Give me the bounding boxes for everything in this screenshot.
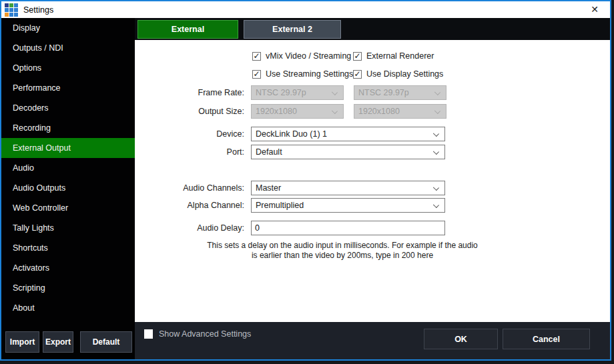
ok-button[interactable]: OK xyxy=(424,329,498,349)
sidebar-item-outputs-ndi[interactable]: Outputs / NDI xyxy=(1,38,135,58)
sidebar-footer-buttons: Import Export Default xyxy=(1,331,135,353)
sidebar-item-performance[interactable]: Performance xyxy=(1,78,135,98)
port-label: Port: xyxy=(135,145,244,159)
sidebar-item-display[interactable]: Display xyxy=(1,18,135,38)
sidebar-item-external-output[interactable]: External Output xyxy=(1,138,135,158)
settings-window: Settings ✕ Display Outputs / NDI Options… xyxy=(0,0,611,361)
sidebar-item-label: Recording xyxy=(13,123,51,133)
sidebar-item-audio[interactable]: Audio xyxy=(1,158,135,178)
window-title: Settings xyxy=(23,5,53,15)
audio-delay-label: Audio Delay: xyxy=(135,221,244,235)
checkbox-label: vMix Video / Streaming xyxy=(266,51,351,61)
audio-delay-row: Audio Delay: xyxy=(135,221,610,235)
alpha-channel-row: Alpha Channel: Premultiplied xyxy=(135,198,610,213)
logo-cell xyxy=(5,13,9,17)
sidebar-item-label: Activators xyxy=(13,263,49,273)
device-select[interactable]: DeckLink Duo (1) 1 xyxy=(251,127,445,141)
tab-external[interactable]: External xyxy=(137,20,238,39)
chevron-down-icon xyxy=(332,89,338,95)
sidebar-item-label: Web Controller xyxy=(13,203,68,213)
selected-value: Premultiplied xyxy=(256,201,304,210)
checkbox-checked-icon[interactable]: ✓ xyxy=(252,70,261,79)
chevron-down-icon xyxy=(433,149,439,155)
sidebar-item-label: Scripting xyxy=(13,283,45,293)
vmix-logo-icon xyxy=(5,3,18,17)
alpha-channel-label: Alpha Channel: xyxy=(135,198,244,213)
external-renderer-checkbox[interactable]: ✓ External Renderer xyxy=(353,51,434,61)
selected-value: 1920x1080 xyxy=(358,107,400,116)
frame-rate-label: Frame Rate: xyxy=(135,85,244,100)
output-size-row: Output Size: 1920x1080 1920x1080 xyxy=(135,104,610,119)
sidebar-item-activators[interactable]: Activators xyxy=(1,258,135,278)
audio-channels-row: Audio Channels: Master xyxy=(135,181,610,195)
logo-cell xyxy=(9,8,13,12)
sidebar-item-tally-lights[interactable]: Tally Lights xyxy=(1,218,135,238)
audio-delay-input[interactable] xyxy=(251,221,445,235)
logo-cell xyxy=(5,3,9,7)
selected-value: Default xyxy=(256,147,282,157)
tab-strip: External External 2 xyxy=(135,18,610,40)
device-label: Device: xyxy=(135,127,244,141)
sidebar-item-label: About xyxy=(13,303,35,313)
advanced-settings-label: Show Advanced Settings xyxy=(159,329,251,339)
import-button[interactable]: Import xyxy=(5,331,39,353)
frame-rate-select-1: NTSC 29.97p xyxy=(251,85,344,100)
checkbox-checked-icon[interactable]: ✓ xyxy=(353,70,362,79)
sidebar-item-label: Shortcuts xyxy=(13,243,48,253)
audio-channels-label: Audio Channels: xyxy=(135,181,244,195)
logo-cell xyxy=(14,13,18,17)
alpha-channel-select[interactable]: Premultiplied xyxy=(251,198,445,213)
sidebar: Display Outputs / NDI Options Performanc… xyxy=(1,18,135,359)
checkbox-label: Use Streaming Settings xyxy=(266,69,353,79)
selected-value: 1920x1080 xyxy=(256,107,297,116)
close-icon[interactable]: ✕ xyxy=(586,1,603,18)
chevron-down-icon xyxy=(433,202,439,208)
sidebar-item-options[interactable]: Options xyxy=(1,58,135,78)
sidebar-item-label: Audio xyxy=(13,163,34,173)
desktop-background: Settings ✕ Display Outputs / NDI Options… xyxy=(0,0,614,364)
checkbox-checked-icon[interactable]: ✓ xyxy=(252,52,261,61)
sidebar-item-audio-outputs[interactable]: Audio Outputs xyxy=(1,178,135,198)
footer-bar: Show Advanced Settings OK Cancel xyxy=(135,322,610,359)
export-button[interactable]: Export xyxy=(43,331,73,353)
selected-value: DeckLink Duo (1) 1 xyxy=(256,129,327,139)
sidebar-item-decoders[interactable]: Decoders xyxy=(1,98,135,118)
checkbox-unchecked-icon[interactable] xyxy=(144,329,153,339)
sidebar-item-label: Outputs / NDI xyxy=(13,43,63,53)
show-advanced-settings-checkbox[interactable]: Show Advanced Settings xyxy=(144,329,251,339)
sidebar-item-label: Options xyxy=(13,63,41,73)
cancel-button[interactable]: Cancel xyxy=(503,329,590,349)
device-row: Device: DeckLink Duo (1) 1 xyxy=(135,127,610,141)
use-streaming-settings-checkbox[interactable]: ✓ Use Streaming Settings xyxy=(252,69,353,79)
checkbox-label: External Renderer xyxy=(366,51,434,61)
tab-external-2[interactable]: External 2 xyxy=(244,20,341,39)
checkbox-checked-icon[interactable]: ✓ xyxy=(353,52,362,61)
audio-channels-select[interactable]: Master xyxy=(251,181,445,195)
main-panel: External External 2 ✓ vMix Video / Strea… xyxy=(135,18,610,359)
sidebar-item-about[interactable]: About xyxy=(1,298,135,318)
sidebar-item-label: Decoders xyxy=(13,103,49,113)
sidebar-item-web-controller[interactable]: Web Controller xyxy=(1,198,135,218)
output-size-select-2: 1920x1080 xyxy=(354,104,446,119)
default-button[interactable]: Default xyxy=(80,331,132,353)
chevron-down-icon xyxy=(433,185,439,191)
sidebar-item-label: Tally Lights xyxy=(13,223,54,233)
vmix-video-streaming-checkbox[interactable]: ✓ vMix Video / Streaming xyxy=(252,51,351,61)
logo-cell xyxy=(14,8,18,12)
checkbox-label: Use Display Settings xyxy=(366,69,443,79)
sidebar-item-shortcuts[interactable]: Shortcuts xyxy=(1,238,135,258)
sidebar-item-scripting[interactable]: Scripting xyxy=(1,278,135,298)
frame-rate-row: Frame Rate: NTSC 29.97p NTSC 29.97p xyxy=(135,85,610,100)
port-select[interactable]: Default xyxy=(251,145,445,159)
selected-value: NTSC 29.97p xyxy=(256,88,306,97)
selected-value: NTSC 29.97p xyxy=(358,88,409,97)
sidebar-item-label: Performance xyxy=(13,83,61,93)
logo-cell xyxy=(14,3,18,7)
chevron-down-icon xyxy=(433,131,439,137)
use-display-settings-checkbox[interactable]: ✓ Use Display Settings xyxy=(353,69,443,79)
logo-cell xyxy=(9,13,13,17)
logo-cell xyxy=(5,8,9,12)
chevron-down-icon xyxy=(434,108,440,114)
sidebar-item-recording[interactable]: Recording xyxy=(1,118,135,138)
chevron-down-icon xyxy=(434,89,440,95)
